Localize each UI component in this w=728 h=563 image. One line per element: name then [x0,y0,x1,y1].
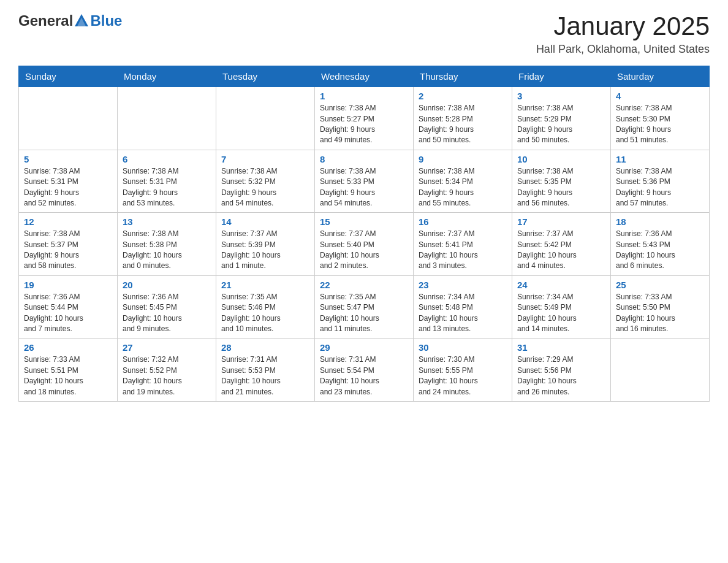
day-info: Sunrise: 7:30 AMSunset: 5:55 PMDaylight:… [419,354,507,397]
day-number: 25 [616,280,704,290]
calendar-cell: 17Sunrise: 7:37 AMSunset: 5:42 PMDayligh… [512,213,611,276]
day-number: 8 [320,154,408,164]
month-title: January 2025 [536,12,710,40]
day-info: Sunrise: 7:37 AMSunset: 5:42 PMDaylight:… [517,229,605,272]
week-row-4: 19Sunrise: 7:36 AMSunset: 5:44 PMDayligh… [19,275,710,339]
day-number: 11 [616,154,704,164]
week-row-2: 5Sunrise: 7:38 AMSunset: 5:31 PMDaylight… [19,150,710,213]
calendar-cell: 28Sunrise: 7:31 AMSunset: 5:53 PMDayligh… [216,339,315,402]
day-number: 31 [517,342,605,353]
day-number: 15 [320,216,408,227]
day-info: Sunrise: 7:35 AMSunset: 5:47 PMDaylight:… [320,292,408,335]
weekday-header-thursday: Thursday [414,66,512,87]
weekday-header-tuesday: Tuesday [216,66,315,87]
day-number: 23 [419,280,507,290]
day-info: Sunrise: 7:31 AMSunset: 5:54 PMDaylight:… [320,354,408,397]
logo-blue: Blue [90,13,122,28]
day-info: Sunrise: 7:36 AMSunset: 5:44 PMDaylight:… [24,292,112,335]
day-number: 9 [419,154,507,164]
calendar-cell: 24Sunrise: 7:34 AMSunset: 5:49 PMDayligh… [512,275,611,339]
day-info: Sunrise: 7:38 AMSunset: 5:31 PMDaylight:… [24,166,112,209]
day-info: Sunrise: 7:38 AMSunset: 5:31 PMDaylight:… [123,166,211,209]
day-info: Sunrise: 7:34 AMSunset: 5:49 PMDaylight:… [517,292,605,335]
calendar-cell: 16Sunrise: 7:37 AMSunset: 5:41 PMDayligh… [414,213,512,276]
day-number: 3 [517,91,605,101]
day-number: 1 [320,91,408,101]
day-number: 7 [221,154,309,164]
weekday-header-saturday: Saturday [611,66,710,87]
day-info: Sunrise: 7:36 AMSunset: 5:43 PMDaylight:… [616,229,704,272]
calendar-cell: 4Sunrise: 7:38 AMSunset: 5:30 PMDaylight… [611,87,710,150]
calendar-cell: 8Sunrise: 7:38 AMSunset: 5:33 PMDaylight… [315,150,414,213]
day-info: Sunrise: 7:32 AMSunset: 5:52 PMDaylight:… [123,354,211,397]
day-number: 14 [221,216,309,227]
day-info: Sunrise: 7:38 AMSunset: 5:27 PMDaylight:… [320,103,408,146]
week-row-1: 1Sunrise: 7:38 AMSunset: 5:27 PMDaylight… [19,87,710,150]
day-number: 27 [123,342,211,353]
day-number: 22 [320,280,408,290]
calendar-cell: 6Sunrise: 7:38 AMSunset: 5:31 PMDaylight… [118,150,216,213]
day-number: 13 [123,216,211,227]
day-number: 26 [24,342,112,353]
day-number: 30 [419,342,507,353]
calendar-cell [611,339,710,402]
day-number: 29 [320,342,408,353]
logo-icon [74,13,89,29]
day-number: 12 [24,216,112,227]
calendar-cell [216,87,315,150]
day-info: Sunrise: 7:38 AMSunset: 5:34 PMDaylight:… [419,166,507,209]
title-area: January 2025 Hall Park, Oklahoma, United… [536,12,710,56]
day-info: Sunrise: 7:37 AMSunset: 5:40 PMDaylight:… [320,229,408,272]
week-row-3: 12Sunrise: 7:38 AMSunset: 5:37 PMDayligh… [19,213,710,276]
day-info: Sunrise: 7:37 AMSunset: 5:41 PMDaylight:… [419,229,507,272]
day-info: Sunrise: 7:38 AMSunset: 5:35 PMDaylight:… [517,166,605,209]
calendar-cell: 11Sunrise: 7:38 AMSunset: 5:36 PMDayligh… [611,150,710,213]
day-info: Sunrise: 7:38 AMSunset: 5:28 PMDaylight:… [419,103,507,146]
day-number: 19 [24,280,112,290]
day-number: 21 [221,280,309,290]
calendar-cell: 31Sunrise: 7:29 AMSunset: 5:56 PMDayligh… [512,339,611,402]
weekday-header-monday: Monday [118,66,216,87]
day-info: Sunrise: 7:38 AMSunset: 5:37 PMDaylight:… [24,229,112,272]
calendar-cell: 23Sunrise: 7:34 AMSunset: 5:48 PMDayligh… [414,275,512,339]
day-number: 20 [123,280,211,290]
week-row-5: 26Sunrise: 7:33 AMSunset: 5:51 PMDayligh… [19,339,710,402]
calendar-cell: 7Sunrise: 7:38 AMSunset: 5:32 PMDaylight… [216,150,315,213]
day-number: 17 [517,216,605,227]
day-info: Sunrise: 7:38 AMSunset: 5:29 PMDaylight:… [517,103,605,146]
day-info: Sunrise: 7:33 AMSunset: 5:50 PMDaylight:… [616,292,704,335]
calendar-cell: 13Sunrise: 7:38 AMSunset: 5:38 PMDayligh… [118,213,216,276]
header: General Blue January 2025 Hall Park, Okl… [18,12,710,56]
calendar-cell: 21Sunrise: 7:35 AMSunset: 5:46 PMDayligh… [216,275,315,339]
day-number: 10 [517,154,605,164]
calendar-cell: 10Sunrise: 7:38 AMSunset: 5:35 PMDayligh… [512,150,611,213]
day-info: Sunrise: 7:29 AMSunset: 5:56 PMDaylight:… [517,354,605,397]
day-number: 28 [221,342,309,353]
calendar-cell: 19Sunrise: 7:36 AMSunset: 5:44 PMDayligh… [19,275,118,339]
calendar-cell: 25Sunrise: 7:33 AMSunset: 5:50 PMDayligh… [611,275,710,339]
day-info: Sunrise: 7:38 AMSunset: 5:32 PMDaylight:… [221,166,309,209]
day-info: Sunrise: 7:34 AMSunset: 5:48 PMDaylight:… [419,292,507,335]
location-title: Hall Park, Oklahoma, United States [536,43,710,56]
logo-general: General [18,12,73,29]
day-info: Sunrise: 7:38 AMSunset: 5:30 PMDaylight:… [616,103,704,146]
calendar-cell: 29Sunrise: 7:31 AMSunset: 5:54 PMDayligh… [315,339,414,402]
calendar-cell: 27Sunrise: 7:32 AMSunset: 5:52 PMDayligh… [118,339,216,402]
calendar-cell: 2Sunrise: 7:38 AMSunset: 5:28 PMDaylight… [414,87,512,150]
weekday-header-friday: Friday [512,66,611,87]
day-info: Sunrise: 7:38 AMSunset: 5:36 PMDaylight:… [616,166,704,209]
calendar-cell: 14Sunrise: 7:37 AMSunset: 5:39 PMDayligh… [216,213,315,276]
calendar-cell [118,87,216,150]
day-info: Sunrise: 7:38 AMSunset: 5:38 PMDaylight:… [123,229,211,272]
calendar-cell: 22Sunrise: 7:35 AMSunset: 5:47 PMDayligh… [315,275,414,339]
calendar-cell: 20Sunrise: 7:36 AMSunset: 5:45 PMDayligh… [118,275,216,339]
calendar-cell: 3Sunrise: 7:38 AMSunset: 5:29 PMDaylight… [512,87,611,150]
calendar-cell: 30Sunrise: 7:30 AMSunset: 5:55 PMDayligh… [414,339,512,402]
day-info: Sunrise: 7:33 AMSunset: 5:51 PMDaylight:… [24,354,112,397]
calendar-cell: 12Sunrise: 7:38 AMSunset: 5:37 PMDayligh… [19,213,118,276]
day-number: 5 [24,154,112,164]
day-info: Sunrise: 7:38 AMSunset: 5:33 PMDaylight:… [320,166,408,209]
day-info: Sunrise: 7:35 AMSunset: 5:46 PMDaylight:… [221,292,309,335]
day-number: 2 [419,91,507,101]
logo: General Blue [18,12,122,29]
